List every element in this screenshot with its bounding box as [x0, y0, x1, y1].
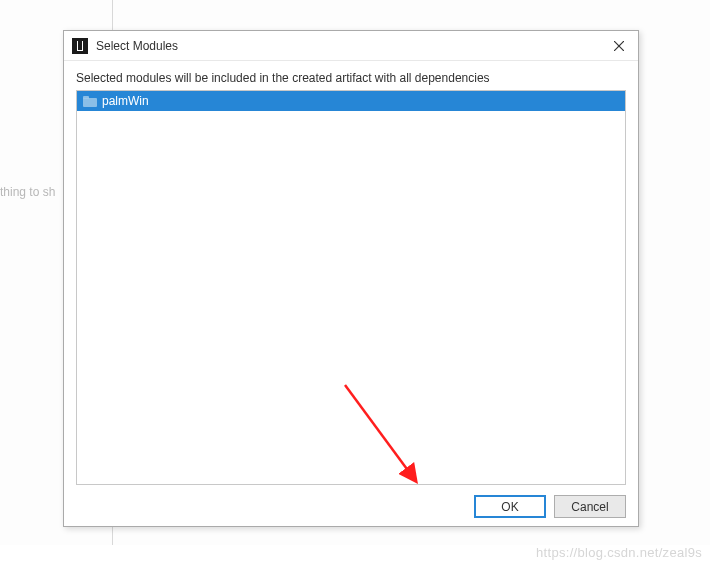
- module-list[interactable]: palmWin: [76, 90, 626, 485]
- close-button[interactable]: [606, 35, 632, 57]
- close-icon: [614, 41, 624, 51]
- list-item-label: palmWin: [102, 94, 149, 108]
- dialog-body: Selected modules will be included in the…: [64, 61, 638, 526]
- app-icon: [72, 38, 88, 54]
- instruction-text: Selected modules will be included in the…: [76, 71, 626, 85]
- dialog-titlebar: Select Modules: [64, 31, 638, 61]
- watermark-text: https://blog.csdn.net/zeal9s: [536, 545, 702, 560]
- folder-icon: [83, 96, 97, 107]
- dialog-title: Select Modules: [96, 39, 606, 53]
- background-text: thing to sh: [0, 185, 55, 199]
- list-item[interactable]: palmWin: [77, 91, 625, 111]
- ok-button[interactable]: OK: [474, 495, 546, 518]
- cancel-button[interactable]: Cancel: [554, 495, 626, 518]
- select-modules-dialog: Select Modules Selected modules will be …: [63, 30, 639, 527]
- button-row: OK Cancel: [76, 485, 626, 518]
